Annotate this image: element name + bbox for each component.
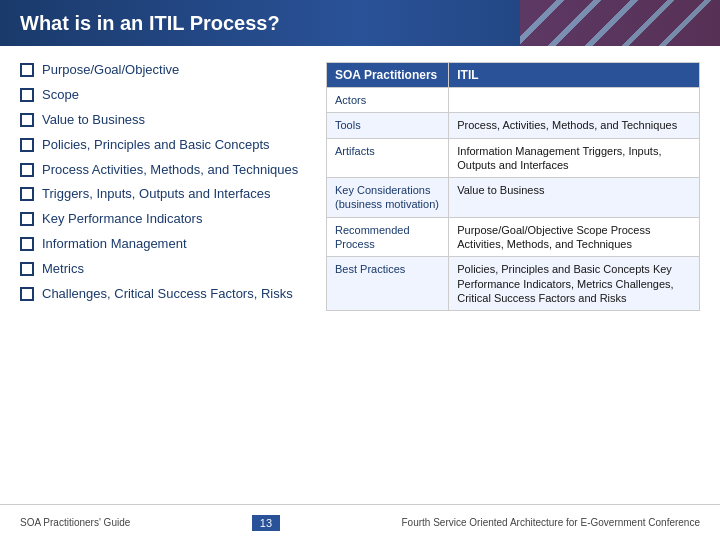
bullet-icon [20,287,34,301]
topic-list: Purpose/Goal/ObjectiveScopeValue to Busi… [20,62,310,303]
footer-page: 13 [252,515,280,531]
list-item-label: Challenges, Critical Success Factors, Ri… [42,286,293,303]
bullet-icon [20,237,34,251]
list-item: Process Activities, Methods, and Techniq… [20,162,310,179]
list-item: Challenges, Critical Success Factors, Ri… [20,286,310,303]
list-item: Triggers, Inputs, Outputs and Interfaces [20,186,310,203]
table-cell-value [449,88,700,113]
list-item-label: Process Activities, Methods, and Techniq… [42,162,298,179]
table-cell-label: Actors [327,88,449,113]
bullet-icon [20,63,34,77]
bullet-icon [20,187,34,201]
comparison-table: SOA Practitioners ITIL ActorsToolsProces… [326,62,700,311]
col-header-itil: ITIL [449,63,700,88]
list-item-label: Metrics [42,261,84,278]
table-cell-label: Recommended Process [327,217,449,257]
table-cell-value: Information Management Triggers, Inputs,… [449,138,700,178]
table-cell-value: Policies, Principles and Basic Concepts … [449,257,700,311]
footer-left: SOA Practitioners' Guide [20,517,130,528]
table-cell-value: Value to Business [449,178,700,218]
list-item-label: Policies, Principles and Basic Concepts [42,137,270,154]
header-flag-decoration [520,0,720,46]
list-item-label: Triggers, Inputs, Outputs and Interfaces [42,186,271,203]
page-title: What is in an ITIL Process? [20,12,280,35]
list-item: Purpose/Goal/Objective [20,62,310,79]
table-row: ToolsProcess, Activities, Methods, and T… [327,113,700,138]
list-item: Metrics [20,261,310,278]
table-cell-value: Purpose/Goal/Objective Scope Process Act… [449,217,700,257]
bullet-icon [20,138,34,152]
table-cell-label: Key Considerations (business motivation) [327,178,449,218]
left-column: Purpose/Goal/ObjectiveScopeValue to Busi… [20,62,310,496]
right-column: SOA Practitioners ITIL ActorsToolsProces… [326,62,700,496]
list-item: Key Performance Indicators [20,211,310,228]
list-item: Information Management [20,236,310,253]
list-item-label: Scope [42,87,79,104]
col-header-soa: SOA Practitioners [327,63,449,88]
table-cell-label: Artifacts [327,138,449,178]
header: What is in an ITIL Process? [0,0,720,46]
list-item-label: Value to Business [42,112,145,129]
table-row: Key Considerations (business motivation)… [327,178,700,218]
bullet-icon [20,88,34,102]
table-row: ArtifactsInformation Management Triggers… [327,138,700,178]
footer-right: Fourth Service Oriented Architecture for… [402,517,700,528]
bullet-icon [20,163,34,177]
table-cell-label: Tools [327,113,449,138]
list-item-label: Purpose/Goal/Objective [42,62,179,79]
table-cell-value: Process, Activities, Methods, and Techni… [449,113,700,138]
list-item: Scope [20,87,310,104]
list-item: Policies, Principles and Basic Concepts [20,137,310,154]
bullet-icon [20,262,34,276]
table-row: Actors [327,88,700,113]
table-row: Recommended ProcessPurpose/Goal/Objectiv… [327,217,700,257]
list-item-label: Information Management [42,236,187,253]
footer: SOA Practitioners' Guide 13 Fourth Servi… [0,504,720,540]
list-item: Value to Business [20,112,310,129]
list-item-label: Key Performance Indicators [42,211,202,228]
table-row: Best PracticesPolicies, Principles and B… [327,257,700,311]
table-cell-label: Best Practices [327,257,449,311]
bullet-icon [20,113,34,127]
bullet-icon [20,212,34,226]
